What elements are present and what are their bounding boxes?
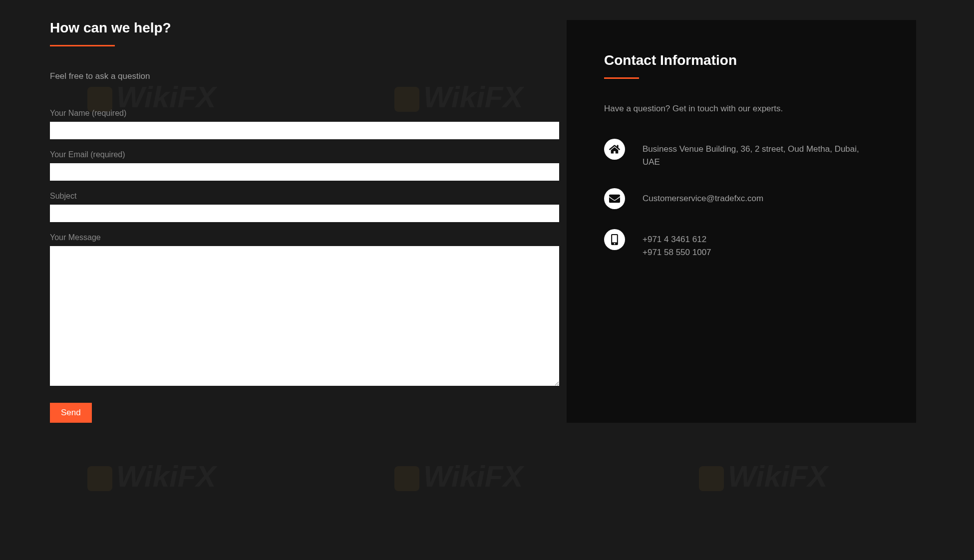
message-label: Your Message bbox=[50, 233, 559, 242]
subject-label: Subject bbox=[50, 192, 559, 201]
name-field-group: Your Name (required) bbox=[50, 109, 559, 139]
message-field-group: Your Message bbox=[50, 233, 559, 388]
message-textarea[interactable] bbox=[50, 246, 559, 386]
watermark: WikiFX bbox=[394, 459, 523, 494]
phone-line-2: +971 58 550 1007 bbox=[643, 246, 711, 259]
email-label: Your Email (required) bbox=[50, 150, 559, 159]
phone-line-1: +971 4 3461 612 bbox=[643, 233, 711, 246]
name-input[interactable] bbox=[50, 122, 559, 139]
watermark: WikiFX bbox=[87, 459, 216, 494]
subject-input[interactable] bbox=[50, 205, 559, 222]
subject-field-group: Subject bbox=[50, 192, 559, 222]
contact-phone-item: +971 4 3461 612 +971 58 550 1007 bbox=[604, 229, 879, 259]
sidebar-subtitle: Have a question? Get in touch with our e… bbox=[604, 104, 879, 114]
sidebar-title: Contact Information bbox=[604, 52, 879, 68]
mobile-icon bbox=[604, 229, 625, 250]
title-underline bbox=[50, 45, 115, 46]
phone-text: +971 4 3461 612 +971 58 550 1007 bbox=[643, 229, 711, 259]
email-field-group: Your Email (required) bbox=[50, 150, 559, 181]
address-text: Business Venue Building, 36, 2 street, O… bbox=[643, 139, 879, 168]
email-text: Customerservice@tradefxc.com bbox=[643, 188, 763, 205]
send-button[interactable]: Send bbox=[50, 403, 92, 423]
contact-address-item: Business Venue Building, 36, 2 street, O… bbox=[604, 139, 879, 168]
watermark: WikiFX bbox=[699, 459, 827, 494]
envelope-icon bbox=[604, 188, 625, 209]
contact-info-sidebar: Contact Information Have a question? Get… bbox=[567, 20, 916, 423]
home-icon bbox=[604, 139, 625, 160]
contact-email-item: Customerservice@tradefxc.com bbox=[604, 188, 879, 209]
form-subtitle: Feel free to ask a question bbox=[50, 71, 559, 81]
name-label: Your Name (required) bbox=[50, 109, 559, 118]
email-input[interactable] bbox=[50, 163, 559, 181]
contact-form-section: How can we help? Feel free to ask a ques… bbox=[50, 20, 559, 423]
sidebar-underline bbox=[604, 77, 639, 79]
form-title: How can we help? bbox=[50, 20, 559, 36]
